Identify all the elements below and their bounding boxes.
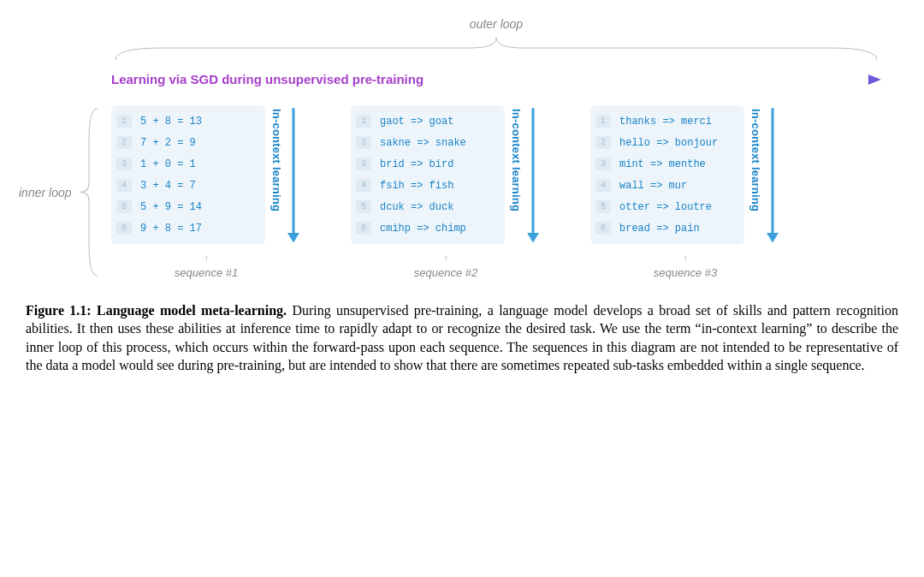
- sequence-label-text: sequence #2: [414, 266, 477, 279]
- row-number: 6: [116, 222, 132, 235]
- svg-marker-7: [767, 233, 779, 242]
- sequence-label: ↑ sequence #1: [111, 253, 301, 279]
- row-number: 5: [116, 200, 132, 213]
- figure-caption: Figure 1.1: Language model meta-learning…: [26, 301, 898, 375]
- panel-row: 5dcuk => duck: [351, 196, 505, 217]
- panel-row: 43 + 4 = 7: [111, 175, 265, 196]
- row-text: hello => bonjour: [619, 137, 718, 149]
- row-text: 7 + 2 = 9: [140, 137, 196, 149]
- row-text: mint => menthe: [619, 158, 706, 170]
- panel-row: 6cmihp => chimp: [351, 217, 505, 239]
- panel-row: 2sakne => snake: [351, 132, 505, 153]
- row-text: 3 + 4 = 7: [140, 180, 196, 192]
- sequence-label-text: sequence #3: [654, 266, 717, 279]
- outer-loop-label: outer loop: [111, 17, 881, 31]
- panel-row: 4wall => mur: [590, 175, 744, 196]
- row-number: 6: [595, 222, 611, 235]
- row-text: 5 + 8 = 13: [140, 116, 202, 128]
- row-text: bread => pain: [619, 223, 700, 235]
- row-text: sakne => snake: [380, 137, 466, 149]
- svg-marker-5: [527, 233, 539, 242]
- row-text: fsih => fish: [380, 180, 453, 192]
- panel-row: 3brid => bird: [351, 153, 505, 175]
- panel-group: 15 + 8 = 13 27 + 2 = 9 31 + 0 = 1 43 + 4…: [111, 105, 301, 244]
- panel-row: 6bread => pain: [590, 217, 744, 239]
- figure-title: Figure 1.1: Language model meta-learning…: [26, 303, 287, 318]
- in-context-arrow: In-context learning: [272, 105, 301, 244]
- sequence-panel: 1thanks => merci 2hello => bonjour 3mint…: [590, 105, 744, 244]
- up-arrow-icon: ↑: [351, 253, 541, 265]
- sgd-arrow-icon: [435, 74, 881, 86]
- row-number: 3: [595, 158, 611, 170]
- row-number: 1: [356, 115, 371, 128]
- sequence-label: ↑ sequence #2: [351, 253, 541, 279]
- row-number: 3: [116, 158, 132, 170]
- row-number: 6: [356, 222, 371, 235]
- inner-loop-brace: [77, 105, 101, 279]
- panel-row: 1gaot => goat: [351, 110, 505, 132]
- panel-row: 69 + 8 = 17: [111, 217, 265, 239]
- inner-loop-label: inner loop: [19, 186, 72, 199]
- row-text: 5 + 9 = 14: [140, 201, 202, 213]
- up-arrow-icon: ↑: [590, 253, 780, 265]
- row-number: 4: [595, 179, 611, 192]
- panel-row: 1thanks => merci: [590, 110, 744, 132]
- row-text: wall => mur: [619, 180, 687, 192]
- row-text: 9 + 8 = 17: [140, 223, 202, 235]
- row-text: otter => loutre: [619, 201, 712, 213]
- panel-row: 3mint => menthe: [590, 153, 744, 175]
- sequence-panel: 15 + 8 = 13 27 + 2 = 9 31 + 0 = 1 43 + 4…: [111, 105, 265, 244]
- sequence-labels: ↑ sequence #1 ↑ sequence #2 ↑ sequence #…: [111, 253, 881, 279]
- sequence-label: ↑ sequence #3: [590, 253, 780, 279]
- panel-row: 31 + 0 = 1: [111, 153, 265, 175]
- row-text: 1 + 0 = 1: [140, 158, 196, 170]
- panel-row: 27 + 2 = 9: [111, 132, 265, 153]
- row-number: 5: [595, 200, 611, 213]
- in-context-label: In-context learning: [510, 109, 523, 211]
- row-text: thanks => merci: [619, 116, 712, 128]
- panels: 15 + 8 = 13 27 + 2 = 9 31 + 0 = 1 43 + 4…: [111, 105, 881, 244]
- row-text: brid => bird: [380, 158, 453, 170]
- in-context-label: In-context learning: [270, 109, 283, 211]
- in-context-label: In-context learning: [749, 109, 762, 211]
- panel-group: 1gaot => goat 2sakne => snake 3brid => b…: [351, 105, 541, 244]
- svg-marker-1: [868, 74, 881, 85]
- panel-row: 4fsih => fish: [351, 175, 505, 196]
- panel-row: 55 + 9 = 14: [111, 196, 265, 217]
- row-number: 2: [356, 136, 371, 149]
- sequence-panel: 1gaot => goat 2sakne => snake 3brid => b…: [351, 105, 505, 244]
- row-number: 1: [116, 115, 132, 128]
- sequence-label-text: sequence #1: [175, 266, 238, 279]
- row-number: 4: [116, 179, 132, 192]
- panels-wrap: inner loop 15 + 8 = 13 27 + 2 = 9 31 + 0…: [111, 105, 881, 279]
- row-number: 2: [116, 136, 132, 149]
- row-number: 4: [356, 179, 371, 192]
- row-text: gaot => goat: [380, 116, 453, 128]
- sgd-label: Learning via SGD during unsupervised pre…: [111, 72, 424, 86]
- row-number: 3: [356, 158, 371, 170]
- diagram: outer loop Learning via SGD during unsup…: [111, 17, 881, 279]
- up-arrow-icon: ↑: [111, 253, 301, 265]
- panel-group: 1thanks => merci 2hello => bonjour 3mint…: [590, 105, 780, 244]
- panel-row: 2hello => bonjour: [590, 132, 744, 153]
- svg-marker-3: [287, 233, 299, 242]
- row-text: cmihp => chimp: [380, 223, 466, 235]
- in-context-arrow: In-context learning: [512, 105, 541, 244]
- in-context-arrow: In-context learning: [751, 105, 780, 244]
- panel-row: 5otter => loutre: [590, 196, 744, 217]
- panel-row: 15 + 8 = 13: [111, 110, 265, 132]
- row-text: dcuk => duck: [380, 201, 453, 213]
- outer-loop-brace: [111, 36, 881, 62]
- row-number: 2: [595, 136, 611, 149]
- row-number: 5: [356, 200, 371, 213]
- row-number: 1: [595, 115, 611, 128]
- sgd-arrow-row: Learning via SGD during unsupervised pre…: [111, 72, 881, 86]
